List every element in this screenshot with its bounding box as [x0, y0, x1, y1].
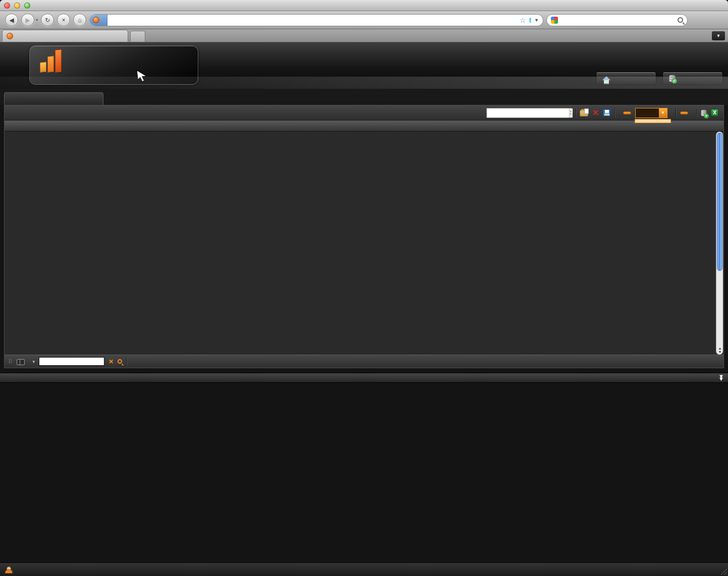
- reporta-logo: [29, 45, 198, 85]
- quick-search-input[interactable]: [39, 357, 104, 366]
- tab-betriebsauswertung[interactable]: [4, 92, 103, 105]
- browser-toolbar: ◀ ▶ ▾ ↻ × ⌂ ☆ t ▼: [0, 11, 728, 29]
- url-bar[interactable]: ☆ t ▼: [89, 14, 543, 26]
- quick-search-caret-icon[interactable]: ▾: [33, 359, 35, 364]
- stop-button[interactable]: ×: [57, 14, 70, 26]
- view-combobox[interactable]: ▼▼: [486, 108, 571, 118]
- minimize-window-button[interactable]: [14, 3, 20, 9]
- ist-button[interactable]: [623, 111, 631, 114]
- zoom-window-button[interactable]: [24, 3, 30, 9]
- home-page-icon: [602, 76, 610, 80]
- tab-bar: ▼: [0, 29, 728, 42]
- site-favicon-icon: [93, 17, 99, 23]
- view-combobox-input[interactable]: [487, 108, 569, 118]
- history-caret-icon[interactable]: ▾: [36, 18, 38, 22]
- einstellungen-button[interactable]: [662, 72, 723, 85]
- titlebar: [0, 0, 728, 11]
- quick-search-clear-icon[interactable]: ✕: [108, 358, 114, 365]
- twitter-icon[interactable]: t: [529, 16, 531, 24]
- status-footer: [0, 562, 728, 576]
- quick-search-bar: ⁞⁞ ▾ ✕: [5, 355, 723, 368]
- drag-handle-icon[interactable]: ⁞⁞: [9, 359, 13, 364]
- tab-list-button[interactable]: ▼: [712, 31, 725, 40]
- google-icon[interactable]: [551, 17, 558, 24]
- logo-barchart-icon: [40, 49, 62, 72]
- binoculars-icon: [17, 359, 25, 364]
- search-bar[interactable]: [546, 14, 688, 26]
- scrollbar-arrows[interactable]: ▲▼: [716, 347, 723, 354]
- browser-tab[interactable]: [2, 30, 128, 42]
- betriebsauswertung-chart: [0, 400, 449, 566]
- cursor-arrow-icon: [136, 69, 149, 82]
- table-scrollbar[interactable]: ▲▼: [716, 132, 723, 355]
- collapse-chevron-icon[interactable]: ▼▼: [718, 375, 724, 380]
- grid-toolbar: ▼▼ ✕ ▼ X: [5, 105, 723, 121]
- excel-export-icon[interactable]: X: [711, 109, 718, 117]
- search-magnifier-icon[interactable]: [678, 17, 683, 23]
- browser-window: ◀ ▶ ▾ ↻ × ⌂ ☆ t ▼ ▼: [0, 0, 728, 576]
- reload-button[interactable]: ↻: [41, 14, 54, 26]
- site-identity[interactable]: [90, 15, 107, 26]
- resize-grip[interactable]: [720, 568, 727, 575]
- url-dropdown-icon[interactable]: ▼: [534, 18, 539, 23]
- table-body: ▲▼: [5, 132, 723, 355]
- close-window-button[interactable]: [4, 3, 10, 9]
- app-header: [0, 42, 728, 89]
- quick-search-go-icon[interactable]: [118, 359, 122, 364]
- startseite-button[interactable]: [596, 72, 656, 85]
- combobox-trigger-icon[interactable]: ▼▼: [569, 108, 573, 118]
- user-icon: [5, 566, 12, 573]
- save-view-icon[interactable]: [603, 109, 610, 117]
- home-button[interactable]: ⌂: [73, 14, 86, 26]
- monate-button[interactable]: [680, 111, 688, 114]
- year-dropdown: [635, 119, 671, 123]
- app-tab-row: [0, 89, 728, 105]
- new-tab-button[interactable]: [130, 31, 145, 42]
- year-select-trigger-icon[interactable]: ▼: [659, 108, 667, 118]
- forward-button[interactable]: ▶: [21, 14, 34, 26]
- chart-section: [0, 383, 535, 568]
- diagram-section-header[interactable]: ▼▼: [0, 373, 728, 383]
- scrollbar-thumb[interactable]: [717, 133, 722, 271]
- delete-view-icon[interactable]: ✕: [592, 109, 599, 117]
- table-header-row: [5, 121, 723, 132]
- year-select[interactable]: ▼: [635, 108, 667, 118]
- load-view-icon[interactable]: [580, 110, 588, 117]
- content-panel: ▼▼ ✕ ▼ X: [4, 105, 724, 368]
- database-add-icon[interactable]: [701, 109, 707, 117]
- back-button[interactable]: ◀: [5, 14, 18, 26]
- settings-database-icon: [669, 75, 676, 82]
- bookmark-star-icon[interactable]: ☆: [520, 16, 526, 24]
- tab-favicon-icon: [7, 33, 13, 39]
